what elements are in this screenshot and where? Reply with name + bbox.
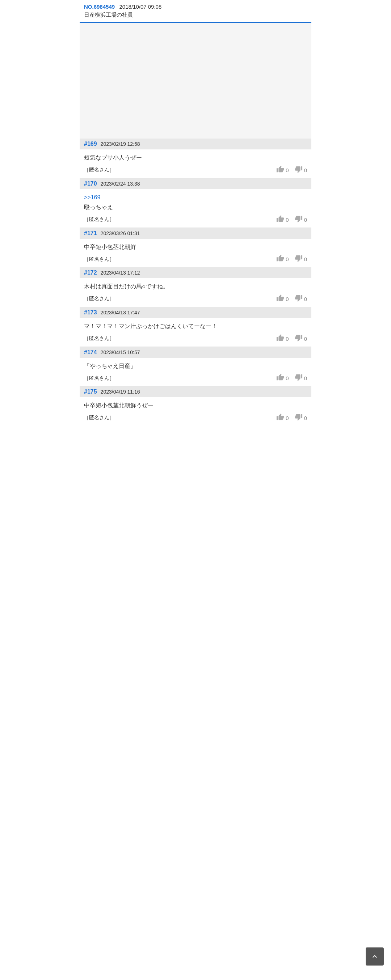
post-text: マ！マ！マ！マン汁ぶっかけごはんくいてーなー！ [84,323,217,329]
post-footer: ［匿名さん］00 [80,253,311,267]
post-date: 2023/04/13 17:12 [101,270,140,276]
post-author: ［匿名さん］ [84,296,114,302]
post-number-header: #1692023/02/19 12:58 [80,138,311,150]
thumbs-down-icon [295,413,303,423]
like-button[interactable]: 0 [276,215,289,225]
post-text: 「やっちゃえ日産」 [84,363,136,369]
post-body: 短気なブサ小人うぜー [80,150,311,164]
dislike-button[interactable]: 0 [295,165,307,175]
like-button[interactable]: 0 [276,373,289,383]
post-number-header: #1722023/04/13 17:12 [80,267,311,278]
post-footer: ［匿名さん］00 [80,412,311,426]
post-date: 2023/02/19 12:58 [101,141,140,147]
post-body: 木村は真面目だけの馬○ですね。 [80,278,311,293]
vote-area: 00 [276,215,307,225]
post-date: 2023/04/19 11:16 [101,389,140,395]
thumbs-down-icon [295,334,303,344]
post-no: NO.6984549 [84,4,115,10]
post-body: 中卒短小包茎北朝鮮 [80,239,311,253]
post-number[interactable]: #170 [84,181,97,187]
like-button[interactable]: 0 [276,254,289,264]
post-footer: ［匿名さん］00 [80,213,311,228]
dislike-count: 0 [304,375,307,381]
post-body: >>169殴っちゃえ [80,189,311,213]
dislike-button[interactable]: 0 [295,215,307,225]
thumbs-up-icon [276,165,284,175]
post-author: ［匿名さん］ [84,256,114,262]
like-count: 0 [286,296,289,302]
posts-container: #1692023/02/19 12:58短気なブサ小人うぜー［匿名さん］00#1… [80,138,311,426]
dislike-count: 0 [304,415,307,421]
like-count: 0 [286,256,289,262]
post-date: 2023/04/13 17:47 [101,310,140,315]
post-date: 2023/04/15 10:57 [101,350,140,355]
post-item: #1692023/02/19 12:58短気なブサ小人うぜー［匿名さん］00 [80,138,311,178]
like-count: 0 [286,167,289,173]
post-number-header: #1732023/04/13 17:47 [80,307,311,318]
thumbs-up-icon [276,413,284,423]
thumbs-up-icon [276,373,284,383]
post-number[interactable]: #171 [84,230,97,237]
post-number-header: #1742023/04/15 10:57 [80,347,311,358]
post-number[interactable]: #172 [84,269,97,276]
post-number-header: #1702023/02/24 13:38 [80,178,311,189]
post-footer: ［匿名さん］00 [80,332,311,347]
thumbs-up-icon [276,334,284,344]
post-item: #1712023/03/26 01:31中卒短小包茎北朝鮮［匿名さん］00 [80,228,311,268]
like-count: 0 [286,415,289,421]
like-count: 0 [286,336,289,342]
vote-area: 00 [276,294,307,304]
post-text: 木村は真面目だけの馬○ですね。 [84,283,169,290]
post-number-header: #1712023/03/26 01:31 [80,228,311,239]
vote-area: 00 [276,165,307,175]
thumbs-down-icon [295,165,303,175]
dislike-button[interactable]: 0 [295,294,307,304]
post-author: ［匿名さん］ [84,167,114,173]
post-footer: ［匿名さん］00 [80,372,311,386]
thumbs-up-icon [276,215,284,225]
dislike-count: 0 [304,336,307,342]
post-text: 中卒短小包茎北朝鮮うぜー [84,402,153,409]
like-button[interactable]: 0 [276,165,289,175]
post-item: #1702023/02/24 13:38>>169殴っちゃえ［匿名さん］00 [80,178,311,228]
dislike-count: 0 [304,167,307,173]
post-body: 中卒短小包茎北朝鮮うぜー [80,397,311,412]
thumbs-down-icon [295,294,303,304]
reply-link[interactable]: >>169 [84,193,307,202]
like-button[interactable]: 0 [276,334,289,344]
vote-area: 00 [276,254,307,264]
post-author: ［匿名さん］ [84,375,114,382]
post-number[interactable]: #169 [84,141,97,147]
post-date: 2023/02/24 13:38 [101,181,140,187]
post-header-date: 2018/10/07 09:08 [120,4,162,10]
post-number[interactable]: #175 [84,388,97,395]
post-header-section: NO.6984549 2018/10/07 09:08 日産横浜工場の社員 [80,0,311,23]
post-title: 日産横浜工場の社員 [84,11,307,18]
post-item: #1742023/04/15 10:57「やっちゃえ日産」［匿名さん］00 [80,347,311,387]
vote-area: 00 [276,413,307,423]
thumbs-up-icon [276,294,284,304]
thumbs-down-icon [295,215,303,225]
like-count: 0 [286,375,289,381]
post-item: #1752023/04/19 11:16中卒短小包茎北朝鮮うぜー［匿名さん］00 [80,387,311,426]
dislike-button[interactable]: 0 [295,373,307,383]
post-body: マ！マ！マ！マン汁ぶっかけごはんくいてーなー！ [80,318,311,332]
post-number[interactable]: #174 [84,349,97,356]
post-item: #1732023/04/13 17:47マ！マ！マ！マン汁ぶっかけごはんくいてー… [80,307,311,347]
post-text: 短気なブサ小人うぜー [84,154,142,161]
post-text: 中卒短小包茎北朝鮮 [84,244,136,250]
dislike-count: 0 [304,296,307,302]
like-button[interactable]: 0 [276,294,289,304]
post-text: 殴っちゃえ [84,204,113,210]
dislike-count: 0 [304,217,307,223]
post-footer: ［匿名さん］00 [80,293,311,307]
post-author: ［匿名さん］ [84,415,114,421]
post-footer: ［匿名さん］00 [80,164,311,178]
dislike-button[interactable]: 0 [295,413,307,423]
post-date: 2023/03/26 01:31 [101,231,140,236]
dislike-button[interactable]: 0 [295,334,307,344]
dislike-button[interactable]: 0 [295,254,307,264]
post-number[interactable]: #173 [84,309,97,316]
like-button[interactable]: 0 [276,413,289,423]
post-number-header: #1752023/04/19 11:16 [80,387,311,397]
